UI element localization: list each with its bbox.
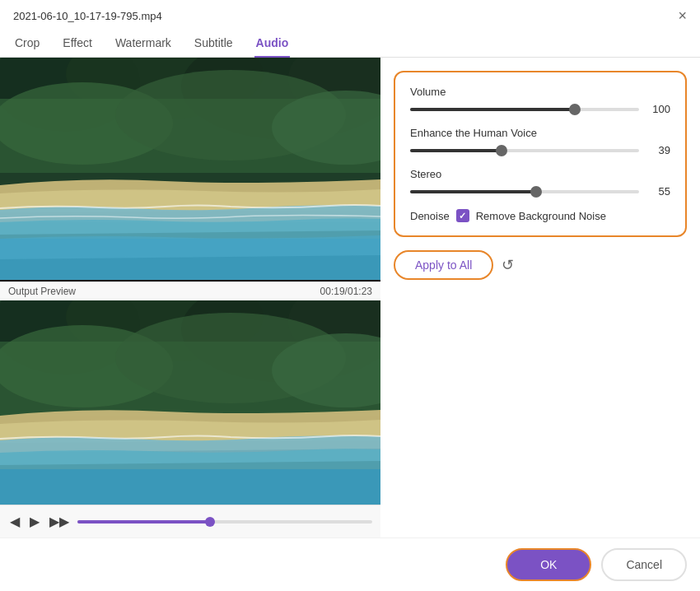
enhance-slider-row: 39 [410, 144, 670, 156]
enhance-handle[interactable] [496, 145, 507, 156]
stereo-slider[interactable] [410, 190, 639, 193]
progress-bar[interactable] [77, 520, 372, 524]
volume-handle[interactable] [569, 104, 581, 115]
volume-value: 100 [647, 103, 670, 115]
tab-watermark[interactable]: Watermark [114, 30, 173, 58]
stereo-fill [410, 190, 536, 193]
tab-effect[interactable]: Effect [61, 30, 94, 58]
volume-fill [410, 108, 575, 111]
enhance-fill [410, 149, 502, 152]
output-preview-label: Output Preview [8, 286, 76, 297]
denoise-checkbox[interactable] [456, 209, 469, 222]
enhance-setting: Enhance the Human Voice 39 [410, 127, 670, 156]
main-window: 2021-06-10_10-17-19-795.mp4 × Crop Effec… [0, 0, 700, 591]
output-video-svg [0, 300, 380, 505]
audio-settings-card: Volume 100 Enhance the Human Voice [394, 71, 687, 237]
close-button[interactable]: × [678, 8, 687, 23]
right-panel: Volume 100 Enhance the Human Voice [380, 58, 700, 537]
stereo-handle[interactable] [530, 186, 542, 198]
tab-audio[interactable]: Audio [254, 30, 291, 58]
playback-controls: ◀ ▶ ▶▶ [0, 505, 380, 537]
apply-row: Apply to All ↺ [394, 250, 687, 280]
output-video-preview [0, 300, 380, 505]
input-video-svg [0, 58, 380, 280]
tab-crop[interactable]: Crop [13, 30, 41, 58]
volume-slider-row: 100 [410, 103, 670, 115]
tab-subtitle[interactable]: Subtitle [193, 30, 235, 58]
video-timestamp: 00:19/01:23 [320, 286, 372, 297]
progress-fill [77, 520, 210, 524]
svg-rect-19 [0, 469, 380, 505]
left-panel: Output Preview 00:19/01:23 [0, 58, 380, 537]
denoise-row: Denoise Remove Background Noise [410, 209, 670, 222]
play-button[interactable]: ▶ [28, 512, 41, 531]
volume-label: Volume [410, 86, 670, 98]
input-video-frame [0, 58, 380, 280]
denoise-label: Denoise [410, 210, 450, 222]
tab-bar: Crop Effect Watermark Subtitle Audio [0, 30, 700, 58]
next-frame-button[interactable]: ▶▶ [48, 512, 71, 531]
window-title: 2021-06-10_10-17-19-795.mp4 [13, 10, 162, 22]
volume-slider[interactable] [410, 108, 639, 111]
enhance-value: 39 [647, 144, 670, 156]
previous-frame-button[interactable]: ◀ [8, 512, 21, 531]
title-bar: 2021-06-10_10-17-19-795.mp4 × [0, 0, 700, 30]
progress-handle[interactable] [205, 517, 215, 527]
output-video-frame [0, 300, 380, 505]
bottom-buttons: OK Cancel [0, 537, 700, 591]
stereo-setting: Stereo 55 [410, 168, 670, 198]
enhance-slider[interactable] [410, 149, 639, 152]
ok-button[interactable]: OK [506, 548, 591, 581]
apply-to-all-button[interactable]: Apply to All [394, 250, 493, 280]
reset-button[interactable]: ↺ [502, 256, 514, 274]
input-video-preview [0, 58, 380, 282]
output-label-row: Output Preview 00:19/01:23 [0, 282, 380, 300]
cancel-button[interactable]: Cancel [601, 548, 687, 581]
enhance-label: Enhance the Human Voice [410, 127, 670, 139]
remove-bg-label: Remove Background Noise [476, 210, 606, 222]
stereo-slider-row: 55 [410, 185, 670, 198]
volume-setting: Volume 100 [410, 86, 670, 115]
main-content: Output Preview 00:19/01:23 [0, 58, 700, 537]
stereo-value: 55 [647, 185, 670, 198]
stereo-label: Stereo [410, 168, 670, 180]
